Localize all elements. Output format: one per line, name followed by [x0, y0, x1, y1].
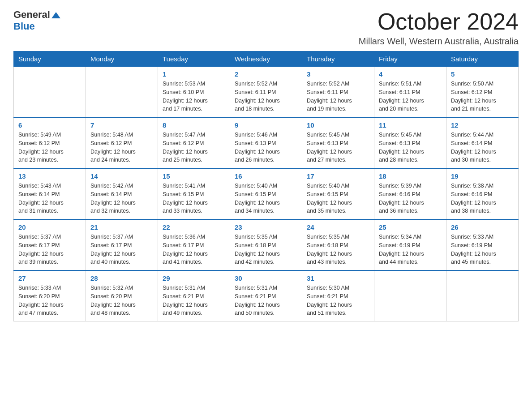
- table-row: [14, 67, 86, 118]
- day-info: Sunrise: 5:40 AMSunset: 6:15 PMDaylight:…: [307, 182, 369, 215]
- location-title: Millars Well, Western Australia, Austral…: [359, 36, 519, 47]
- day-info: Sunrise: 5:50 AMSunset: 6:12 PMDaylight:…: [451, 80, 514, 113]
- day-info: Sunrise: 5:52 AMSunset: 6:11 PMDaylight:…: [235, 80, 297, 113]
- day-number: 22: [163, 223, 225, 231]
- table-row: 15Sunrise: 5:41 AMSunset: 6:15 PMDayligh…: [158, 168, 230, 219]
- day-number: 16: [235, 172, 297, 180]
- table-row: 29Sunrise: 5:31 AMSunset: 6:21 PMDayligh…: [158, 270, 230, 321]
- day-info: Sunrise: 5:46 AMSunset: 6:13 PMDaylight:…: [235, 131, 297, 164]
- calendar-week-row: 1Sunrise: 5:53 AMSunset: 6:10 PMDaylight…: [14, 67, 519, 118]
- day-info: Sunrise: 5:35 AMSunset: 6:18 PMDaylight:…: [307, 233, 369, 266]
- table-row: 26Sunrise: 5:33 AMSunset: 6:19 PMDayligh…: [446, 219, 519, 270]
- header-sunday: Sunday: [14, 51, 86, 67]
- day-info: Sunrise: 5:53 AMSunset: 6:10 PMDaylight:…: [163, 80, 225, 113]
- day-number: 23: [235, 223, 297, 231]
- day-number: 29: [163, 274, 225, 282]
- day-number: 20: [18, 223, 81, 231]
- table-row: [374, 270, 446, 321]
- day-info: Sunrise: 5:31 AMSunset: 6:21 PMDaylight:…: [235, 284, 297, 317]
- day-number: 15: [163, 172, 225, 180]
- calendar-week-row: 13Sunrise: 5:43 AMSunset: 6:14 PMDayligh…: [14, 168, 519, 219]
- calendar-header-row: Sunday Monday Tuesday Wednesday Thursday…: [14, 51, 519, 67]
- day-number: 3: [307, 70, 369, 78]
- table-row: 1Sunrise: 5:53 AMSunset: 6:10 PMDaylight…: [158, 67, 230, 118]
- calendar-week-row: 27Sunrise: 5:33 AMSunset: 6:20 PMDayligh…: [14, 270, 519, 321]
- day-number: 17: [307, 172, 369, 180]
- day-info: Sunrise: 5:42 AMSunset: 6:14 PMDaylight:…: [90, 182, 153, 215]
- table-row: 7Sunrise: 5:48 AMSunset: 6:12 PMDaylight…: [86, 117, 158, 168]
- calendar-week-row: 6Sunrise: 5:49 AMSunset: 6:12 PMDaylight…: [14, 117, 519, 168]
- day-number: 25: [379, 223, 442, 231]
- header-wednesday: Wednesday: [230, 51, 302, 67]
- table-row: 17Sunrise: 5:40 AMSunset: 6:15 PMDayligh…: [302, 168, 374, 219]
- day-info: Sunrise: 5:33 AMSunset: 6:20 PMDaylight:…: [18, 284, 81, 317]
- table-row: 4Sunrise: 5:51 AMSunset: 6:11 PMDaylight…: [374, 67, 446, 118]
- table-row: 12Sunrise: 5:44 AMSunset: 6:14 PMDayligh…: [446, 117, 519, 168]
- day-number: 26: [451, 223, 514, 231]
- table-row: 5Sunrise: 5:50 AMSunset: 6:12 PMDaylight…: [446, 67, 519, 118]
- day-info: Sunrise: 5:45 AMSunset: 6:13 PMDaylight:…: [307, 131, 369, 164]
- day-info: Sunrise: 5:34 AMSunset: 6:19 PMDaylight:…: [379, 233, 442, 266]
- day-number: 31: [307, 274, 369, 282]
- day-info: Sunrise: 5:33 AMSunset: 6:19 PMDaylight:…: [451, 233, 514, 266]
- day-number: 19: [451, 172, 514, 180]
- calendar-week-row: 20Sunrise: 5:37 AMSunset: 6:17 PMDayligh…: [14, 219, 519, 270]
- table-row: 30Sunrise: 5:31 AMSunset: 6:21 PMDayligh…: [230, 270, 302, 321]
- table-row: 21Sunrise: 5:37 AMSunset: 6:17 PMDayligh…: [86, 219, 158, 270]
- day-number: 9: [235, 121, 297, 129]
- day-number: 7: [90, 121, 153, 129]
- header-thursday: Thursday: [302, 51, 374, 67]
- day-number: 30: [235, 274, 297, 282]
- logo-blue-text: Blue: [13, 21, 35, 32]
- table-row: 9Sunrise: 5:46 AMSunset: 6:13 PMDaylight…: [230, 117, 302, 168]
- header-monday: Monday: [86, 51, 158, 67]
- table-row: 16Sunrise: 5:40 AMSunset: 6:15 PMDayligh…: [230, 168, 302, 219]
- table-row: 11Sunrise: 5:45 AMSunset: 6:13 PMDayligh…: [374, 117, 446, 168]
- day-number: 21: [90, 223, 153, 231]
- table-row: 27Sunrise: 5:33 AMSunset: 6:20 PMDayligh…: [14, 270, 86, 321]
- day-info: Sunrise: 5:52 AMSunset: 6:11 PMDaylight:…: [307, 80, 369, 113]
- table-row: [446, 270, 519, 321]
- day-info: Sunrise: 5:40 AMSunset: 6:15 PMDaylight:…: [235, 182, 297, 215]
- day-number: 5: [451, 70, 514, 78]
- day-info: Sunrise: 5:47 AMSunset: 6:12 PMDaylight:…: [163, 131, 225, 164]
- day-info: Sunrise: 5:45 AMSunset: 6:13 PMDaylight:…: [379, 131, 442, 164]
- table-row: 8Sunrise: 5:47 AMSunset: 6:12 PMDaylight…: [158, 117, 230, 168]
- table-row: [86, 67, 158, 118]
- title-block: October 2024 Millars Well, Western Austr…: [359, 9, 519, 47]
- table-row: 28Sunrise: 5:32 AMSunset: 6:20 PMDayligh…: [86, 270, 158, 321]
- day-number: 6: [18, 121, 81, 129]
- month-title: October 2024: [359, 9, 519, 34]
- day-info: Sunrise: 5:37 AMSunset: 6:17 PMDaylight:…: [90, 233, 153, 266]
- day-info: Sunrise: 5:51 AMSunset: 6:11 PMDaylight:…: [379, 80, 442, 113]
- day-info: Sunrise: 5:30 AMSunset: 6:21 PMDaylight:…: [307, 284, 369, 317]
- table-row: 20Sunrise: 5:37 AMSunset: 6:17 PMDayligh…: [14, 219, 86, 270]
- header-tuesday: Tuesday: [158, 51, 230, 67]
- day-info: Sunrise: 5:37 AMSunset: 6:17 PMDaylight:…: [18, 233, 81, 266]
- day-number: 24: [307, 223, 369, 231]
- header-saturday: Saturday: [446, 51, 519, 67]
- table-row: 18Sunrise: 5:39 AMSunset: 6:16 PMDayligh…: [374, 168, 446, 219]
- header-friday: Friday: [374, 51, 446, 67]
- day-info: Sunrise: 5:31 AMSunset: 6:21 PMDaylight:…: [163, 284, 225, 317]
- day-number: 14: [90, 172, 153, 180]
- table-row: 2Sunrise: 5:52 AMSunset: 6:11 PMDaylight…: [230, 67, 302, 118]
- day-info: Sunrise: 5:36 AMSunset: 6:17 PMDaylight:…: [163, 233, 225, 266]
- day-info: Sunrise: 5:38 AMSunset: 6:16 PMDaylight:…: [451, 182, 514, 215]
- table-row: 10Sunrise: 5:45 AMSunset: 6:13 PMDayligh…: [302, 117, 374, 168]
- day-info: Sunrise: 5:49 AMSunset: 6:12 PMDaylight:…: [18, 131, 81, 164]
- day-info: Sunrise: 5:44 AMSunset: 6:14 PMDaylight:…: [451, 131, 514, 164]
- day-number: 8: [163, 121, 225, 129]
- table-row: 25Sunrise: 5:34 AMSunset: 6:19 PMDayligh…: [374, 219, 446, 270]
- day-info: Sunrise: 5:39 AMSunset: 6:16 PMDaylight:…: [379, 182, 442, 215]
- day-number: 1: [163, 70, 225, 78]
- table-row: 13Sunrise: 5:43 AMSunset: 6:14 PMDayligh…: [14, 168, 86, 219]
- table-row: 31Sunrise: 5:30 AMSunset: 6:21 PMDayligh…: [302, 270, 374, 321]
- day-number: 12: [451, 121, 514, 129]
- day-number: 4: [379, 70, 442, 78]
- day-info: Sunrise: 5:35 AMSunset: 6:18 PMDaylight:…: [235, 233, 297, 266]
- day-info: Sunrise: 5:41 AMSunset: 6:15 PMDaylight:…: [163, 182, 225, 215]
- day-info: Sunrise: 5:32 AMSunset: 6:20 PMDaylight:…: [90, 284, 153, 317]
- day-number: 13: [18, 172, 81, 180]
- day-number: 27: [18, 274, 81, 282]
